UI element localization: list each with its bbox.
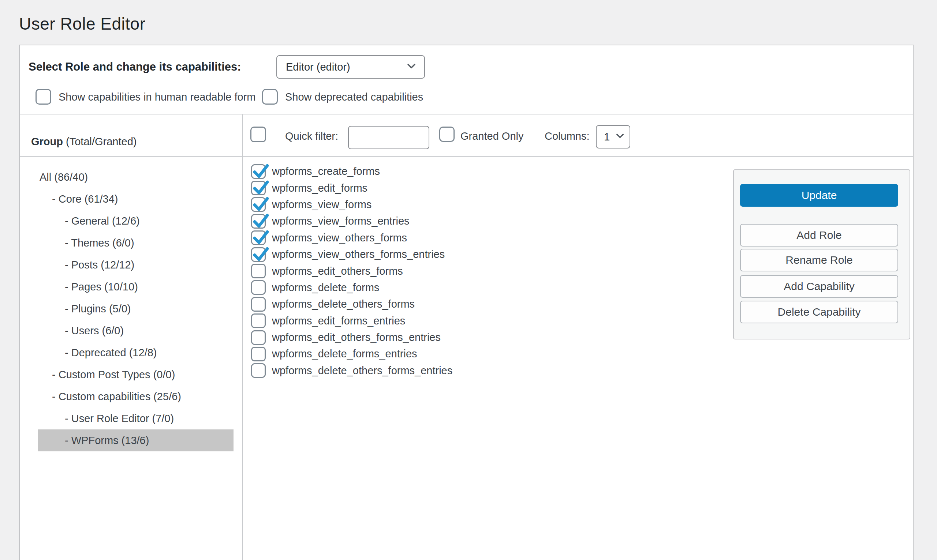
group-item-label: - General (12/6) — [65, 215, 140, 227]
deprecated-label: Show deprecated capabilities — [285, 87, 423, 107]
granted-only-label: Granted Only — [461, 125, 523, 147]
human-readable-checkbox[interactable] — [35, 89, 51, 105]
group-item-label: - Core (61/34) — [52, 193, 118, 205]
capability-label: wpforms_edit_forms — [272, 182, 367, 194]
capability-label: wpforms_view_forms_entries — [272, 215, 410, 227]
group-item-plugins[interactable]: - Plugins (5/0) — [38, 298, 234, 320]
human-readable-label: Show capabilities in human readable form — [59, 87, 256, 107]
granted-only-checkbox[interactable] — [439, 126, 455, 142]
capability-row: wpforms_delete_forms_entries — [251, 346, 452, 362]
capability-row: wpforms_delete_others_forms_entries — [251, 363, 452, 379]
role-select[interactable]: Editor (editor) — [276, 55, 425, 78]
capability-row: wpforms_edit_others_forms — [251, 263, 452, 279]
capability-list: wpforms_create_forms wpforms_edit_forms … — [251, 163, 452, 379]
capability-label: wpforms_delete_others_forms_entries — [272, 365, 452, 377]
group-item-core[interactable]: - Core (61/34) — [38, 188, 234, 210]
capability-row: wpforms_view_others_forms — [251, 230, 452, 246]
quick-filter-label: Quick filter: — [285, 125, 338, 147]
capability-checkbox[interactable] — [251, 264, 266, 278]
group-item-deprecated[interactable]: - Deprecated (12/8) — [38, 342, 234, 363]
group-item-label: - Posts (12/12) — [65, 259, 134, 271]
capability-row: wpforms_view_forms_entries — [251, 213, 452, 229]
select-all-checkbox[interactable] — [250, 126, 266, 142]
capability-row: wpforms_create_forms — [251, 163, 452, 180]
group-item-label: - Custom Post Types (0/0) — [52, 369, 175, 381]
group-item-label: All (86/40) — [40, 171, 88, 183]
group-item-label: - Deprecated (12/8) — [65, 347, 157, 359]
group-item-pages[interactable]: - Pages (10/10) — [38, 276, 234, 298]
capability-label: wpforms_delete_forms — [272, 282, 379, 294]
capability-checkbox[interactable] — [251, 330, 266, 345]
capability-row: wpforms_view_others_forms_entries — [251, 246, 452, 263]
capability-checkbox[interactable] — [251, 363, 266, 378]
add-role-button[interactable]: Add Role — [740, 224, 898, 246]
group-item-label: - Custom capabilities (25/6) — [52, 391, 181, 403]
columns-label: Columns: — [545, 125, 590, 147]
capability-label: wpforms_view_others_forms_entries — [272, 248, 445, 260]
capability-checkbox[interactable] — [251, 164, 266, 179]
divider — [20, 156, 913, 157]
capability-label: wpforms_edit_others_forms_entries — [272, 331, 441, 343]
group-item-label: - Users (6/0) — [65, 325, 124, 337]
capability-label: wpforms_view_others_forms — [272, 232, 407, 244]
capability-label: wpforms_delete_others_forms — [272, 298, 415, 310]
capability-row: wpforms_view_forms — [251, 197, 452, 213]
group-item-custom-capabilities[interactable]: - Custom capabilities (25/6) — [38, 386, 234, 408]
deprecated-checkbox[interactable] — [262, 89, 278, 105]
group-tree: All (86/40) - Core (61/34) - General (12… — [38, 166, 234, 451]
group-item-label: - Plugins (5/0) — [65, 303, 131, 315]
capability-label: wpforms_delete_forms_entries — [272, 348, 417, 360]
group-header-bold: Group — [31, 136, 63, 148]
chevron-down-icon — [615, 131, 625, 143]
add-capability-button[interactable]: Add Capability — [740, 275, 898, 298]
group-item-custom-post-types[interactable]: - Custom Post Types (0/0) — [38, 363, 234, 386]
select-role-label: Select Role and change its capabilities: — [29, 55, 241, 78]
divider — [242, 114, 243, 560]
capability-checkbox[interactable] — [251, 231, 266, 245]
group-item-label: - User Role Editor (7/0) — [65, 412, 174, 425]
capability-checkbox[interactable] — [251, 314, 266, 328]
divider — [740, 216, 898, 216]
page-title: User Role Editor — [19, 14, 145, 34]
group-item-user-role-editor[interactable]: - User Role Editor (7/0) — [38, 408, 234, 429]
group-item-label: - Themes (6/0) — [65, 237, 134, 249]
quick-filter-input[interactable] — [348, 126, 429, 149]
capability-checkbox[interactable] — [251, 247, 266, 262]
columns-select-value: 1 — [604, 131, 610, 143]
capability-checkbox[interactable] — [251, 181, 266, 195]
capability-row: wpforms_delete_forms — [251, 280, 452, 296]
group-item-wpforms[interactable]: - WPForms (13/6) — [38, 429, 234, 451]
role-select-value: Editor (editor) — [286, 61, 350, 73]
group-item-posts[interactable]: - Posts (12/12) — [38, 254, 234, 276]
group-header-rest: (Total/Granted) — [63, 136, 137, 148]
capability-checkbox[interactable] — [251, 280, 266, 295]
group-header: Group (Total/Granted) — [31, 130, 137, 153]
capability-checkbox[interactable] — [251, 297, 266, 312]
delete-capability-button[interactable]: Delete Capability — [740, 301, 898, 323]
group-item-themes[interactable]: - Themes (6/0) — [38, 232, 234, 254]
update-button[interactable]: Update — [740, 184, 898, 207]
capability-checkbox[interactable] — [251, 214, 266, 229]
capability-label: wpforms_create_forms — [272, 165, 380, 177]
chevron-down-icon — [406, 60, 417, 74]
capability-row: wpforms_edit_others_forms_entries — [251, 329, 452, 346]
group-item-label: - WPForms (13/6) — [65, 435, 149, 447]
capability-label: wpforms_edit_others_forms — [272, 265, 403, 277]
action-panel: Update Add Role Rename Role Add Capabili… — [733, 169, 910, 340]
capability-row: wpforms_edit_forms_entries — [251, 313, 452, 329]
capability-row: wpforms_delete_others_forms — [251, 296, 452, 312]
divider — [20, 114, 913, 114]
user-role-editor-page: User Role Editor Select Role and change … — [0, 0, 937, 560]
rename-role-button[interactable]: Rename Role — [740, 249, 898, 271]
group-item-all[interactable]: All (86/40) — [38, 166, 234, 188]
group-item-general[interactable]: - General (12/6) — [38, 210, 234, 232]
capability-row: wpforms_edit_forms — [251, 180, 452, 196]
capability-label: wpforms_edit_forms_entries — [272, 315, 405, 327]
columns-select[interactable]: 1 — [596, 125, 630, 149]
group-item-label: - Pages (10/10) — [65, 281, 138, 293]
capability-checkbox[interactable] — [251, 197, 266, 212]
capability-checkbox[interactable] — [251, 347, 266, 362]
group-item-users[interactable]: - Users (6/0) — [38, 320, 234, 342]
capability-label: wpforms_view_forms — [272, 198, 371, 211]
